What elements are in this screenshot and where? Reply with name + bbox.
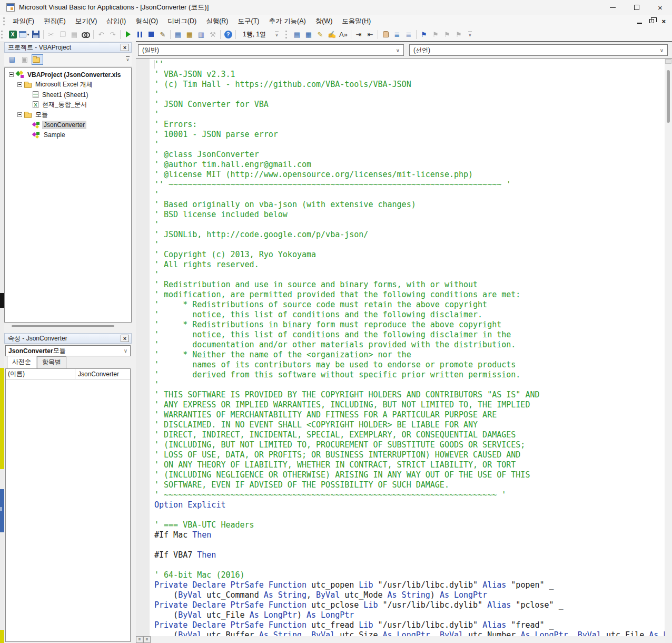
help-button[interactable]: ? [222, 28, 234, 40]
code-line: ' JSONLib, http://code.google.com/p/vba-… [154, 230, 665, 240]
toggle-breakpoint-button[interactable] [380, 28, 391, 40]
paste-button[interactable]: ▤ [68, 28, 80, 40]
object-browser-button[interactable]: ▥ [195, 28, 207, 40]
tree-expand-icon[interactable] [17, 82, 22, 87]
undo-button[interactable]: ↶ [95, 28, 107, 40]
toolbar-options-icon[interactable] [273, 30, 280, 39]
code-editor[interactable]: ''' VBA-JSON v2.3.1' (c) Tim Hall - http… [136, 58, 665, 636]
code-line: ' Errors: [154, 120, 665, 130]
redo-icon: ↷ [110, 31, 116, 38]
project-panel-titlebar[interactable]: 프로젝트 - VBAProject × [4, 42, 132, 53]
code-line: ' Based originally on vba-json (with ext… [154, 200, 665, 210]
insert-userform-button[interactable]: ▾ [18, 28, 30, 40]
maximize-button[interactable] [625, 0, 648, 15]
properties-window-button[interactable]: ▦ [184, 28, 195, 40]
tree-expand-icon[interactable] [17, 112, 22, 117]
pause-icon [137, 32, 142, 37]
split-handle[interactable] [665, 59, 671, 64]
tree-item-label: 모듈 [34, 110, 50, 120]
redo-button[interactable]: ↷ [107, 28, 118, 40]
outdent-button[interactable]: ⇤ [364, 28, 376, 40]
uncomment-block-button[interactable]: ≣ [403, 28, 414, 40]
mdi-close-icon[interactable]: × [661, 18, 666, 25]
code-line: ' derived from this software without spe… [154, 370, 665, 380]
view-code-button[interactable]: ▤ [6, 54, 18, 65]
project-explorer-button[interactable]: ▤ [172, 28, 184, 40]
horizontal-scrollbar[interactable] [151, 636, 665, 643]
tree-item-sheet1-sheet1-[interactable]: Sheet1 (Sheet1) [5, 90, 131, 100]
indent-button[interactable]: ⇥ [353, 28, 364, 40]
previous-bookmark-button[interactable]: ⚑ [441, 28, 453, 40]
panel-splitter-handle[interactable] [12, 325, 114, 327]
break-button[interactable] [134, 28, 145, 40]
parameter-info-button[interactable]: ✍ [326, 28, 338, 40]
project-panel-close-button[interactable]: × [121, 44, 129, 51]
code-margin-strip[interactable] [136, 59, 150, 636]
copy-button[interactable]: ❐ [57, 28, 68, 40]
edit-toolbar-options-icon[interactable] [467, 30, 473, 39]
menu-A[interactable]: 추가 기능(A) [264, 15, 311, 27]
menu-T[interactable]: 도구(T) [233, 15, 264, 27]
standard-toolbar-grip[interactable] [1, 31, 3, 38]
close-button[interactable]: × [648, 0, 672, 15]
design-mode-button[interactable]: ✎ [157, 28, 169, 40]
save-button[interactable] [30, 28, 42, 40]
next-bookmark-button[interactable]: ⚑ [430, 28, 441, 40]
minimize-button[interactable] [601, 0, 625, 15]
mdi-restore-icon[interactable] [649, 19, 654, 23]
full-module-view-button[interactable] [143, 636, 151, 643]
menu-I[interactable]: 삽입(I) [102, 15, 131, 27]
procedure-view-button[interactable] [136, 636, 143, 643]
project-explorer-panel: 프로젝트 - VBAProject × ▤▣ VBAProject (JsonC… [4, 42, 132, 323]
menu-F[interactable]: 파일(F) [8, 15, 39, 27]
comment-block-icon: ≣ [394, 31, 400, 38]
menubar-grip[interactable] [3, 17, 5, 25]
menu-E[interactable]: 편집(E) [39, 15, 71, 27]
find-button[interactable] [80, 28, 92, 40]
menu-D[interactable]: 디버그(D) [163, 15, 201, 27]
list-constants-button[interactable]: ▦ [303, 28, 314, 40]
quick-info-button[interactable]: ✎ [314, 28, 326, 40]
toolbox-button[interactable]: ⚒ [207, 28, 219, 40]
view-host-excel-button[interactable]: X [7, 28, 18, 40]
code-lines[interactable]: ''' VBA-JSON v2.3.1' (c) Tim Hall - http… [150, 59, 665, 636]
toggle-bookmark-button[interactable]: ⚑ [418, 28, 430, 40]
vertical-scrollbar-thumb[interactable] [667, 70, 670, 123]
menu-V[interactable]: 보기(V) [71, 15, 102, 27]
complete-word-button[interactable]: A» [338, 28, 349, 40]
tree-item--[interactable]: X현재_통합_문서 [5, 100, 131, 110]
view-object-button[interactable]: ▣ [19, 54, 31, 65]
maximize-icon [634, 5, 639, 10]
tab-사전순[interactable]: 사전순 [7, 356, 36, 368]
properties-panel-close-button[interactable]: × [121, 335, 129, 342]
list-properties-button[interactable]: ▤ [291, 28, 303, 40]
menu-R[interactable]: 실행(R) [201, 15, 233, 27]
panel-options-icon[interactable] [126, 56, 130, 62]
tree-item-jsonconverter[interactable]: JsonConverter [5, 120, 131, 130]
properties-panel-titlebar[interactable]: 속성 - JsonConverter × [4, 333, 132, 344]
tree-expand-icon[interactable] [9, 72, 14, 77]
properties-object-selector[interactable]: JsonConverter 모듈 ∨ [5, 345, 131, 356]
tree-item-microsoft-excel-[interactable]: Microsoft Excel 개체 [5, 80, 131, 90]
code-line: (ByVal utc_File As LongPtr) As LongPtr [154, 610, 665, 620]
tree-item-sample[interactable]: Sample [5, 130, 131, 140]
reset-button[interactable] [145, 28, 157, 40]
comment-block-button[interactable]: ≣ [391, 28, 403, 40]
menu-H[interactable]: 도움말(H) [337, 15, 375, 27]
menu-O[interactable]: 형식(O) [131, 15, 163, 27]
toggle-folders-button[interactable] [32, 54, 43, 65]
clear-bookmarks-button[interactable]: ⚑ [453, 28, 465, 40]
menu-W[interactable]: 창(W) [311, 15, 338, 27]
object-dropdown[interactable]: (일반) ∨ [138, 44, 404, 56]
run-button[interactable] [122, 28, 134, 40]
tree-item-vbaproject-jsonconverter-xls[interactable]: VBAProject (JsonConverter.xls [5, 70, 131, 80]
folder-icon [24, 113, 32, 118]
cut-button[interactable]: ✂ [45, 28, 57, 40]
tab-항목별[interactable]: 항목별 [37, 356, 66, 368]
procedure-dropdown[interactable]: (선언) ∨ [409, 44, 668, 56]
vertical-scrollbar[interactable] [665, 58, 672, 636]
edit-toolbar-grip[interactable] [285, 31, 287, 38]
mdi-minimize-icon[interactable] [637, 23, 642, 24]
property-value[interactable]: JsonConverter [75, 371, 130, 378]
tree-item--[interactable]: 모듈 [5, 110, 131, 120]
